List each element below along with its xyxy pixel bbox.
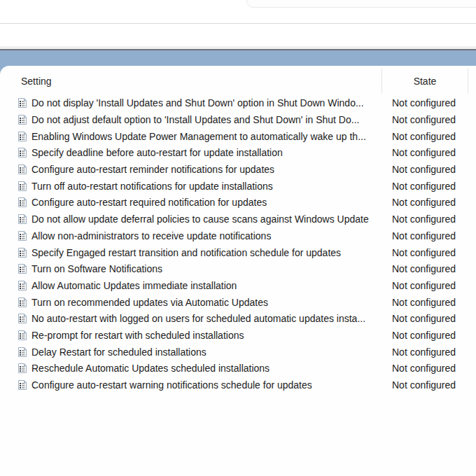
policy-setting-icon — [18, 131, 27, 142]
setting-state: Not configured — [392, 346, 456, 358]
setting-state: Not configured — [392, 131, 456, 142]
setting-row[interactable]: Reschedule Automatic Updates scheduled i… — [0, 360, 476, 377]
setting-name: Reschedule Automatic Updates scheduled i… — [31, 363, 379, 374]
setting-row[interactable]: Configure auto-restart warning notificat… — [0, 377, 476, 393]
setting-name: Re-prompt for restart with scheduled ins… — [31, 330, 379, 341]
policy-setting-icon — [18, 313, 27, 324]
setting-name: Turn off auto-restart notifications for … — [31, 181, 379, 192]
setting-state: Not configured — [392, 197, 456, 208]
setting-name: Enabling Windows Update Power Management… — [31, 131, 379, 142]
setting-row[interactable]: Do not display 'Install Updates and Shut… — [0, 95, 476, 112]
policy-setting-icon — [18, 280, 27, 291]
policy-setting-icon — [18, 97, 27, 108]
setting-name: Configure auto-restart required notifica… — [31, 197, 379, 208]
setting-name: Do not display 'Install Updates and Shut… — [31, 97, 379, 108]
policy-setting-icon — [18, 263, 27, 274]
setting-state: Not configured — [392, 214, 456, 225]
policy-setting-icon — [18, 363, 27, 374]
policy-setting-icon — [18, 346, 27, 358]
setting-row[interactable]: Specify Engaged restart transition and n… — [0, 244, 476, 261]
setting-name: No auto-restart with logged on users for… — [31, 313, 379, 324]
setting-row[interactable]: Turn on Software Notifications Not confi… — [0, 260, 476, 277]
settings-panel: Setting State Do not display 'Install Up… — [0, 66, 476, 476]
setting-state: Not configured — [392, 363, 456, 374]
setting-name: Delay Restart for scheduled installation… — [31, 346, 379, 358]
policy-setting-icon — [18, 214, 27, 225]
setting-name: Allow Automatic Updates immediate instal… — [31, 280, 379, 291]
setting-row[interactable]: Enabling Windows Update Power Management… — [0, 128, 476, 145]
setting-row[interactable]: Specify deadline before auto-restart for… — [0, 145, 476, 162]
horizontal-divider — [0, 23, 476, 24]
setting-state: Not configured — [392, 181, 456, 192]
policy-setting-icon — [18, 181, 27, 192]
policy-setting-icon — [18, 164, 27, 175]
setting-name: Turn on Software Notifications — [31, 263, 379, 274]
setting-row[interactable]: Turn off auto-restart notifications for … — [0, 178, 476, 195]
upper-panel-bottom-edge — [246, 0, 476, 8]
setting-row[interactable]: Configure auto-restart reminder notifica… — [0, 161, 476, 178]
setting-state: Not configured — [392, 280, 456, 291]
setting-name: Specify Engaged restart transition and n… — [31, 247, 379, 258]
setting-name: Turn on recommended updates via Automati… — [31, 297, 379, 308]
setting-name: Allow non-administrators to receive upda… — [31, 230, 379, 241]
setting-name: Do not adjust default option to 'Install… — [31, 114, 379, 125]
setting-name: Configure auto-restart reminder notifica… — [31, 164, 379, 175]
policy-setting-icon — [18, 330, 27, 341]
setting-state: Not configured — [392, 97, 456, 108]
policy-setting-icon — [18, 379, 27, 391]
setting-name: Do not allow update deferral policies to… — [31, 214, 379, 225]
setting-state: Not configured — [392, 247, 456, 258]
policy-setting-icon — [18, 114, 27, 125]
setting-state: Not configured — [392, 297, 456, 308]
setting-row[interactable]: Configure auto-restart required notifica… — [0, 195, 476, 211]
setting-row[interactable]: Delay Restart for scheduled installation… — [0, 344, 476, 360]
setting-name: Specify deadline before auto-restart for… — [31, 147, 379, 158]
setting-state: Not configured — [392, 379, 456, 391]
setting-state: Not configured — [392, 263, 456, 274]
setting-state: Not configured — [392, 147, 456, 158]
setting-state: Not configured — [392, 164, 456, 175]
setting-state: Not configured — [392, 114, 456, 125]
policy-setting-icon — [18, 197, 27, 208]
setting-row[interactable]: No auto-restart with logged on users for… — [0, 310, 476, 327]
setting-state: Not configured — [392, 230, 456, 241]
setting-row[interactable]: Turn on recommended updates via Automati… — [0, 294, 476, 311]
setting-row[interactable]: Allow non-administrators to receive upda… — [0, 227, 476, 244]
policy-setting-icon — [18, 230, 27, 241]
setting-state: Not configured — [392, 330, 456, 341]
setting-row[interactable]: Do not adjust default option to 'Install… — [0, 111, 476, 128]
settings-list: Do not display 'Install Updates and Shut… — [0, 95, 476, 393]
column-separator[interactable] — [468, 68, 468, 93]
column-separator[interactable] — [382, 68, 382, 93]
setting-row[interactable]: Do not allow update deferral policies to… — [0, 211, 476, 227]
setting-state: Not configured — [392, 313, 456, 324]
policy-setting-icon — [18, 247, 27, 258]
policy-setting-icon — [18, 147, 27, 158]
setting-row[interactable]: Re-prompt for restart with scheduled ins… — [0, 327, 476, 344]
column-header-state[interactable]: State — [382, 76, 468, 87]
setting-name: Configure auto-restart warning notificat… — [31, 379, 379, 391]
list-column-header: Setting State — [0, 66, 476, 94]
policy-setting-icon — [18, 297, 27, 308]
setting-row[interactable]: Allow Automatic Updates immediate instal… — [0, 277, 476, 294]
column-header-setting[interactable]: Setting — [21, 76, 52, 87]
